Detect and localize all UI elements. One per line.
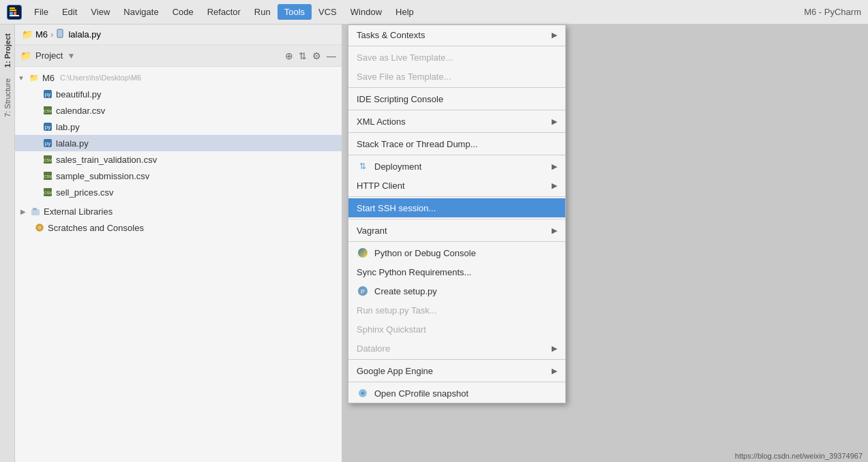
- minimize-icon[interactable]: —: [327, 50, 336, 61]
- arrows-icon[interactable]: ⇅: [299, 50, 307, 61]
- tree-scratches[interactable]: Scratches and Consoles: [15, 219, 342, 236]
- separator-1: [348, 46, 565, 46]
- menu-item-deployment[interactable]: ⇅ Deployment ▶: [348, 157, 565, 176]
- create-setup-label: Create setup.py: [374, 286, 437, 296]
- separator-3: [348, 110, 565, 110]
- file-name-lalala: lalala.py: [56, 138, 89, 149]
- menubar: File Edit View Navigate Code Refactor Ru…: [27, 4, 804, 20]
- sync-requirements-label: Sync Python Requirements...: [357, 267, 471, 277]
- save-file-template-label: Save File as Template...: [357, 72, 451, 82]
- svg-point-26: [358, 248, 368, 258]
- vagrant-arrow: ▶: [552, 226, 557, 235]
- stack-trace-label: Stack Trace or Thread Dump...: [357, 139, 478, 149]
- menu-refactor[interactable]: Refactor: [200, 4, 248, 20]
- side-tabs-panel: 1: Project 7: Structure: [0, 25, 15, 462]
- tree-file-lab[interactable]: py lab.py: [15, 119, 342, 135]
- external-libraries-label: External Libraries: [44, 206, 113, 217]
- compass-icon[interactable]: ⊕: [285, 50, 293, 61]
- breadcrumb: 📁 M6 › lalala.py: [15, 25, 342, 45]
- menu-view[interactable]: View: [84, 4, 117, 20]
- menu-item-vagrant[interactable]: Vagrant ▶: [348, 221, 565, 240]
- breadcrumb-project: M6: [35, 29, 48, 40]
- menu-vcs[interactable]: VCS: [312, 4, 344, 20]
- sidebar-item-structure[interactable]: 7: Structure: [1, 73, 14, 123]
- expand-arrow-ext: ▶: [20, 208, 26, 215]
- menu-run[interactable]: Run: [248, 4, 278, 20]
- svg-rect-1: [10, 7, 15, 9]
- menu-help[interactable]: Help: [389, 4, 421, 20]
- tree-file-lalala[interactable]: py lalala.py: [15, 135, 342, 151]
- svg-rect-6: [57, 29, 63, 37]
- breadcrumb-folder-icon: 📁: [22, 29, 33, 40]
- tree-file-sample[interactable]: CSV sample_submission.csv: [15, 168, 342, 184]
- ide-scripting-label: IDE Scripting Console: [357, 94, 443, 104]
- tree-file-sell[interactable]: CSV sell_prices.csv: [15, 184, 342, 200]
- menu-window[interactable]: Window: [344, 4, 389, 20]
- menu-item-tasks-contexts[interactable]: Tasks & Contexts ▶: [348, 25, 565, 44]
- menu-item-open-cprofile[interactable]: Open CProfile snapshot: [348, 384, 565, 403]
- create-setup-icon: P: [357, 285, 369, 297]
- separator-9: [348, 359, 565, 360]
- menu-item-sync-requirements[interactable]: Sync Python Requirements...: [348, 262, 565, 281]
- file-name-sell: sell_prices.csv: [56, 187, 114, 198]
- deployment-label: Deployment: [374, 161, 421, 172]
- menu-item-google-app-engine[interactable]: Google App Engine ▶: [348, 361, 565, 380]
- tree-file-calendar[interactable]: CSV calendar.csv: [15, 102, 342, 119]
- scratches-icon: [34, 222, 45, 233]
- expand-icon: ▼: [18, 74, 25, 82]
- csv-icon-calendar: CSV: [42, 105, 53, 116]
- http-client-arrow: ▶: [552, 181, 557, 190]
- python-console-icon: [357, 247, 369, 259]
- gear-icon[interactable]: ⚙: [312, 50, 321, 61]
- menu-item-http-client[interactable]: HTTP Client ▶: [348, 176, 565, 195]
- file-panel: 📁 M6 › lalala.py 📁 Project ▼ ⊕ ⇅ ⚙ — ▼: [15, 25, 342, 462]
- file-name-beautiful: beautiful.py: [56, 89, 102, 99]
- cprofile-icon: [357, 387, 369, 399]
- python-console-label: Python or Debug Console: [374, 248, 476, 258]
- datalore-label: Datalore: [357, 343, 390, 354]
- menu-item-create-setup[interactable]: P Create setup.py: [348, 281, 565, 301]
- sidebar-item-project[interactable]: 1: Project: [1, 28, 14, 73]
- svg-text:py: py: [45, 91, 50, 97]
- separator-8: [348, 241, 565, 242]
- tree-root-folder[interactable]: ▼ 📁 M6 C:\Users\hs\Desktop\M6: [15, 70, 342, 86]
- tasks-contexts-arrow: ▶: [552, 31, 557, 40]
- svg-text:P: P: [361, 288, 365, 295]
- http-client-label: HTTP Client: [357, 181, 405, 191]
- svg-rect-3: [10, 15, 19, 16]
- project-dropdown-arrow[interactable]: ▼: [67, 51, 75, 61]
- menu-file[interactable]: File: [27, 4, 55, 20]
- tree-file-sales[interactable]: CSV sales_train_validation.csv: [15, 151, 342, 168]
- deployment-icon: ⇅: [357, 160, 369, 172]
- tasks-contexts-label: Tasks & Contexts: [357, 30, 425, 40]
- menu-tools[interactable]: Tools: [278, 4, 312, 20]
- deployment-arrow: ▶: [552, 162, 557, 171]
- breadcrumb-file-icon: [56, 29, 65, 40]
- separator-5: [348, 155, 565, 155]
- tree-external-libraries[interactable]: ▶ External Libraries: [15, 203, 342, 219]
- google-app-engine-arrow: ▶: [552, 367, 557, 375]
- py-icon-lalala: py: [42, 138, 53, 149]
- svg-rect-22: [31, 209, 40, 215]
- py-icon-beautiful: py: [42, 89, 53, 99]
- folder-icon: 📁: [29, 72, 40, 83]
- menu-item-python-console[interactable]: Python or Debug Console: [348, 243, 565, 262]
- menu-item-stack-trace[interactable]: Stack Trace or Thread Dump...: [348, 134, 565, 153]
- menu-item-ide-scripting[interactable]: IDE Scripting Console: [348, 89, 565, 108]
- sphinx-quickstart-label: Sphinx Quickstart: [357, 324, 426, 335]
- tools-dropdown-menu: Tasks & Contexts ▶ Save as Live Template…: [348, 25, 566, 403]
- svg-rect-23: [33, 208, 37, 210]
- file-name-sales: sales_train_validation.csv: [56, 155, 157, 165]
- menu-item-ssh-session[interactable]: Start SSH session...: [348, 198, 565, 217]
- menu-navigate[interactable]: Navigate: [117, 4, 165, 20]
- breadcrumb-file: lalala.py: [68, 29, 101, 40]
- menu-edit[interactable]: Edit: [55, 4, 84, 20]
- tree-file-beautiful[interactable]: py beautiful.py: [15, 86, 342, 102]
- separator-10: [348, 382, 565, 382]
- project-header: 📁 Project ▼ ⊕ ⇅ ⚙ —: [15, 45, 342, 67]
- titlebar: File Edit View Navigate Code Refactor Ru…: [0, 0, 868, 25]
- menu-code[interactable]: Code: [166, 4, 200, 20]
- menu-item-xml-actions[interactable]: XML Actions ▶: [348, 112, 565, 131]
- svg-rect-4: [10, 12, 13, 15]
- folder-icon: 📁: [20, 50, 31, 61]
